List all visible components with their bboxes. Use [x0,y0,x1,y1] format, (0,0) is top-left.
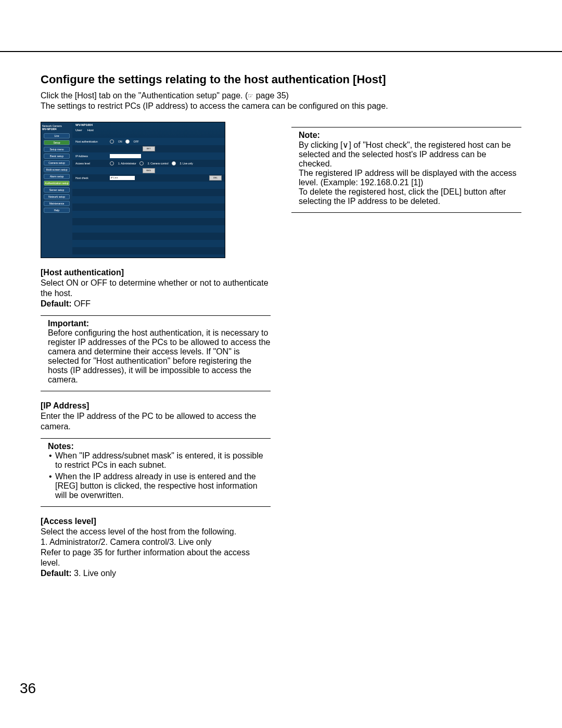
divider [41,391,271,391]
page-title: Configure the settings relating to the h… [41,73,521,86]
ss-tab-user[interactable]: User [75,129,82,132]
page-ref-icon: ☞ [248,92,253,99]
ss-hostcheck-select[interactable]: IP 1 ▾ ▾ [110,176,135,180]
ss-title: WV-NP1004 [72,122,225,127]
text-note-right-3: To delete the registered host, click the… [299,187,521,206]
divider [41,438,271,439]
text-important: Before configuring the host authenticati… [48,328,271,385]
heading-note-right: Note: [299,131,521,140]
ss-nav-maintenance[interactable]: Maintenance [44,201,70,206]
intro-paragraph: Click the [Host] tab on the "Authenticat… [41,91,521,111]
divider [291,127,521,127]
ss-radio-liveonly[interactable] [172,161,176,165]
ss-nav-alarm[interactable]: Alarm setup [44,174,70,179]
ss-nav-multiscreen[interactable]: Multi-screen setup [44,167,70,172]
ss-nav-basic[interactable]: Basic setup [44,154,70,159]
text-note-right-2: The registered IP address will be displa… [299,169,521,187]
text-access-default: Default: 3. Live only [41,568,271,579]
ss-nav-live[interactable]: Live [44,133,70,138]
ss-set-button-1[interactable]: SET [143,146,155,151]
text-host-auth: Select ON or OFF to determine whether or… [41,278,271,299]
text-access-3: Refer to page 35 for further information… [41,547,271,568]
ss-nav-network[interactable]: Network setup [44,194,70,199]
text-host-auth-default: Default: OFF [41,299,271,309]
ss-brand: Network CameraWV-NP1004 [41,123,72,132]
ss-tab-host[interactable]: Host [87,129,94,132]
ss-row-ip-label: IP Address [75,155,107,158]
ss-nav-auth[interactable]: Authentication setup [44,181,70,186]
text-note-right-1: By clicking [∨] of "Host check", the reg… [299,140,521,169]
embedded-ui-screenshot: Network CameraWV-NP1004 Live Setup Setup… [41,122,225,258]
ss-nav-setup[interactable]: Setup [44,140,70,145]
divider [41,315,271,316]
text-access-1: Select the access level of the host from… [41,527,271,537]
ss-radio-off[interactable] [125,139,130,144]
ss-nav-server[interactable]: Server setup [44,187,70,193]
chevron-down-icon: ∨ [342,140,349,150]
heading-host-auth: [Host authentication] [41,267,271,278]
divider [291,212,521,213]
ss-radio-on[interactable] [110,139,114,144]
ss-nav-help[interactable]: Help [44,208,70,213]
page-number: 36 [20,680,36,697]
heading-important: Important: [48,319,271,328]
ss-ip-input[interactable] [110,154,141,158]
note-item-2: When the IP address already in use is en… [49,472,271,500]
divider [41,506,271,507]
heading-access: [Access level] [41,516,271,527]
ss-row-hostcheck-label: Host check [75,176,107,180]
ss-del-button[interactable]: DEL [209,175,222,181]
ss-nav-camera[interactable]: Camera setup [44,160,70,165]
ss-radio-camctrl[interactable] [139,161,144,165]
text-ip: Enter the IP address of the PC to be all… [41,411,271,432]
ss-row-access-label: Access level [75,162,107,165]
ss-radio-admin[interactable] [110,161,114,165]
text-access-2: 1. Administrator/2. Camera control/3. Li… [41,537,271,547]
ss-nav-setup-menu[interactable]: Setup menu [44,147,70,152]
heading-notes: Notes: [48,442,271,451]
ss-row-hostauth-label: Host authentication [75,140,107,143]
page-top-rule [0,51,562,52]
note-item-1: When "IP address/subnet mask" is entered… [49,451,271,470]
ss-reg-button[interactable]: REG [143,168,155,173]
heading-ip: [IP Address] [41,401,271,411]
